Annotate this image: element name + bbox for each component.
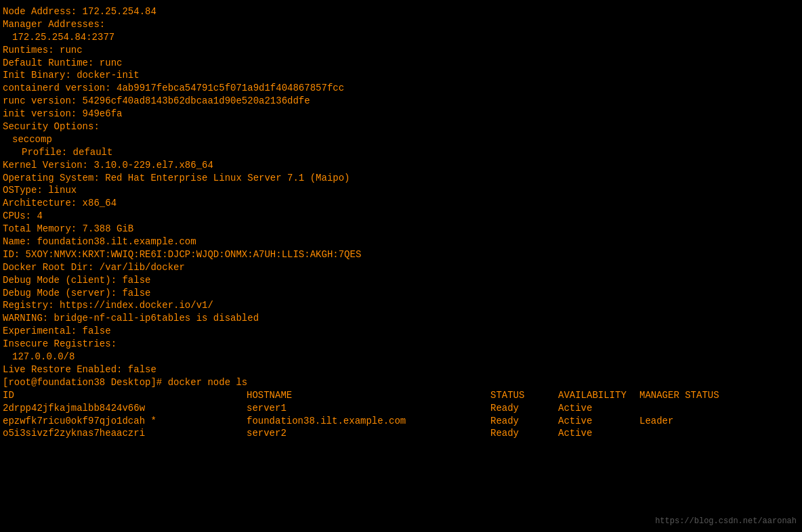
terminal: Node Address: 172.25.254.84 Manager Addr… [3,5,799,527]
col-header-id: ID [3,389,247,402]
row0-id: 2drpp42jfkajmalbb8424v66w [3,402,247,415]
line-id: ID: 5XOY:NMVX:KRXT:WWIQ:RE6I:DJCP:WJQD:O… [3,248,799,261]
table-row: epzwfk7ricu0okf97qjo1dcah * foundation38… [3,415,799,428]
line-profile: Profile: default [3,146,799,159]
line-docker-root-dir: Docker Root Dir: /var/lib/docker [3,261,799,274]
col-header-hostname: HOSTNAME [247,389,490,402]
table-row: o5i3sivzf2zyknas7heaaczri server2 Ready … [3,427,799,440]
table-header: ID HOSTNAME STATUS AVAILABILITY MANAGER … [3,389,799,402]
line-insecure-registries: Insecure Registries: [3,338,799,351]
node-table: ID HOSTNAME STATUS AVAILABILITY MANAGER … [3,389,799,441]
row1-availability: Active [558,415,639,428]
row0-status: Ready [490,402,558,415]
line-warning: WARNING: bridge-nf-call-ip6tables is dis… [3,312,799,325]
row0-availability: Active [558,402,639,415]
line-cpus: CPUs: 4 [3,210,799,223]
line-debug-server: Debug Mode (server): false [3,287,799,300]
line-loopback: 127.0.0.0/8 [3,351,799,363]
line-seccomp: seccomp [3,133,799,146]
line-name: Name: foundation38.ilt.example.com [3,236,799,248]
line-kernel-version: Kernel Version: 3.10.0-229.el7.x86_64 [3,159,799,172]
line-manager-addresses: Manager Addresses: [3,18,799,31]
line-security-options: Security Options: [3,120,799,133]
col-header-manager-status: MANAGER STATUS [639,389,719,402]
line-debug-client: Debug Mode (client): false [3,274,799,287]
row1-hostname: foundation38.ilt.example.com [247,415,490,428]
col-header-status: STATUS [490,389,558,402]
line-command: [root@foundation38 Desktop]# docker node… [3,376,799,389]
line-init-version: init version: 949e6fa [3,108,799,120]
line-manager-ip: 172.25.254.84:2377 [3,31,799,44]
col-header-availability: AVAILABILITY [558,389,639,402]
line-registry: Registry: https://index.docker.io/v1/ [3,299,799,312]
line-os: Operating System: Red Hat Enterprise Lin… [3,172,799,185]
line-runc-version: runc version: 54296cf40ad8143b62dbcaa1d9… [3,95,799,108]
row1-id: epzwfk7ricu0okf97qjo1dcah * [3,415,247,428]
line-containerd-version: containerd version: 4ab9917febca54791c5f… [3,82,799,95]
line-experimental: Experimental: false [3,325,799,338]
table-row: 2drpp42jfkajmalbb8424v66w server1 Ready … [3,402,799,415]
line-init-binary: Init Binary: docker-init [3,69,799,82]
line-architecture: Architecture: x86_64 [3,197,799,210]
row2-hostname: server2 [247,427,490,440]
line-runtimes: Runtimes: runc [3,44,799,57]
line-default-runtime: Default Runtime: runc [3,57,799,70]
row2-status: Ready [490,427,558,440]
row2-id: o5i3sivzf2zyknas7heaaczri [3,427,247,440]
row1-status: Ready [490,415,558,428]
row1-manager-status: Leader [639,415,673,428]
line-total-memory: Total Memory: 7.388 GiB [3,223,799,236]
watermark: https://blog.csdn.net/aaronah [655,516,797,527]
row0-hostname: server1 [247,402,490,415]
row2-availability: Active [558,427,639,440]
line-live-restore: Live Restore Enabled: false [3,363,799,376]
line-ostype: OSType: linux [3,184,799,197]
line-node-address: Node Address: 172.25.254.84 [3,5,799,18]
